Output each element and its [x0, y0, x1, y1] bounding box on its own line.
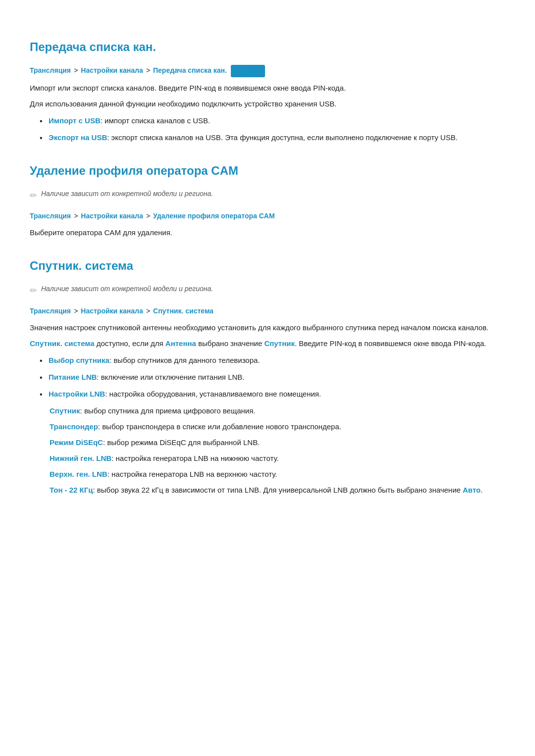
sub-items-container: Спутник: выбор спутника для приема цифро…	[50, 405, 505, 496]
sub4-bold: Нижний ген. LNB	[50, 454, 111, 462]
s3-bullet1-text: : выбор спутников для данного телевизора…	[109, 356, 260, 364]
sub6-text2: .	[481, 486, 482, 494]
desc2-bold1: Спутник. система	[30, 339, 95, 348]
sub5-bold: Верхн. ген. LNB	[50, 470, 107, 478]
desc2-bold2: Антенна	[165, 339, 196, 348]
section1-title: Передача списка кан.	[30, 38, 505, 56]
section2-title: Удаление профиля оператора CAM	[30, 161, 505, 180]
sub-item: Спутник: выбор спутника для приема цифро…	[50, 405, 505, 417]
desc2-text3: . Введите PIN-код в появившемся окне вво…	[295, 339, 486, 348]
pencil-icon: ✏	[30, 189, 37, 203]
breadcrumb3-item-3[interactable]: Спутник. система	[153, 307, 214, 315]
breadcrumb-item-1[interactable]: Трансляция	[30, 66, 71, 74]
section2-note: Наличие зависит от конкретной модели и р…	[41, 188, 213, 199]
section1-desc2: Для использования данной функции необход…	[30, 98, 505, 110]
sub-item: Режим DiSEqC: выбор режима DiSEqC для вы…	[50, 437, 505, 449]
bullet2-bold: Экспорт на USB	[49, 133, 107, 142]
try-badge-1[interactable]: Попроб.	[231, 65, 265, 77]
section3-note: Наличие зависит от конкретной модели и р…	[41, 283, 213, 294]
breadcrumb-sep-1: >	[74, 66, 80, 74]
s3-bullet1-bold: Выбор спутника	[49, 356, 109, 364]
sub6-bold2: Авто	[463, 486, 481, 494]
sub5-text: : настройка генератора LNB на верхнюю ча…	[107, 470, 277, 478]
pencil-icon-2: ✏	[30, 284, 37, 298]
section1-desc1: Импорт или экспорт списка каналов. Введи…	[30, 82, 505, 94]
breadcrumb-2: Трансляция > Настройки канала > Удаление…	[30, 210, 505, 222]
sub-item: Верхн. ген. LNB: настройка генератора LN…	[50, 468, 505, 480]
sub3-bold: Режим DiSEqC	[50, 438, 103, 447]
breadcrumb-sep-2: >	[146, 66, 152, 74]
breadcrumb3-item-1[interactable]: Трансляция	[30, 307, 71, 315]
breadcrumb2-item-3[interactable]: Удаление профиля оператора CAM	[153, 212, 275, 220]
list-item: Выбор спутника: выбор спутников для данн…	[40, 354, 505, 366]
list-item: Импорт с USB: импорт списка каналов с US…	[40, 115, 505, 127]
sub3-text: : выбор режима DiSEqC для выбранной LNB.	[103, 438, 260, 447]
section3-bullet-list: Выбор спутника: выбор спутников для данн…	[40, 354, 505, 400]
section-satellite: Спутник. система ✏ Наличие зависит от ко…	[30, 256, 505, 496]
section3-desc2: Спутник. система доступно, если для Анте…	[30, 338, 505, 350]
note-block-2: ✏ Наличие зависит от конкретной модели и…	[30, 188, 505, 203]
sub2-text: : выбор транспондера в списке или добавл…	[98, 422, 341, 431]
sub-item: Транспондер: выбор транспондера в списке…	[50, 421, 505, 433]
s3-bullet3-bold: Настройки LNB	[49, 390, 105, 398]
breadcrumb-1: Трансляция > Настройки канала > Передача…	[30, 64, 505, 77]
section1-bullet-list: Импорт с USB: импорт списка каналов с US…	[40, 115, 505, 144]
breadcrumb2-sep-2: >	[146, 212, 152, 220]
sub4-text: : настройка генератора LNB на нижнюю час…	[111, 454, 279, 462]
breadcrumb3-sep-1: >	[74, 307, 80, 315]
desc2-text1: доступно, если для	[95, 339, 165, 348]
note-block-3: ✏ Наличие зависит от конкретной модели и…	[30, 283, 505, 298]
list-item: Экспорт на USB: экспорт списка каналов н…	[40, 132, 505, 144]
sub6-text: : выбор звука 22 кГц в зависимости от ти…	[93, 486, 463, 494]
sub1-bold: Спутник	[50, 406, 80, 415]
breadcrumb2-item-1[interactable]: Трансляция	[30, 212, 71, 220]
bullet1-text: : импорт списка каналов с USB.	[101, 116, 210, 125]
sub2-bold: Транспондер	[50, 422, 98, 431]
desc2-text2: выбрано значение	[196, 339, 265, 348]
desc2-bold3: Спутник	[264, 339, 295, 348]
breadcrumb-item-3[interactable]: Передача списка кан.	[153, 66, 227, 74]
section3-title: Спутник. система	[30, 256, 505, 275]
bullet1-bold: Импорт с USB	[49, 116, 101, 125]
s3-bullet2-text: : включение или отключение питания LNB.	[97, 373, 244, 381]
breadcrumb2-item-2[interactable]: Настройки канала	[81, 212, 143, 220]
section3-desc1: Значения настроек спутниковой антенны не…	[30, 322, 505, 334]
list-item: Настройки LNB: настройка оборудования, у…	[40, 388, 505, 400]
sub6-bold: Тон - 22 КГц	[50, 486, 93, 494]
s3-bullet2-bold: Питание LNB	[49, 373, 97, 381]
breadcrumb3-item-2[interactable]: Настройки канала	[81, 307, 143, 315]
sub-item: Нижний ген. LNB: настройка генератора LN…	[50, 453, 505, 464]
section-peredacha: Передача списка кан. Трансляция > Настро…	[30, 38, 505, 144]
sub-item: Тон - 22 КГц: выбор звука 22 кГц в завис…	[50, 484, 505, 496]
section2-desc: Выберите оператора CAM для удаления.	[30, 227, 505, 239]
sub1-text: : выбор спутника для приема цифрового ве…	[80, 406, 256, 415]
breadcrumb-3: Трансляция > Настройки канала > Спутник.…	[30, 305, 505, 317]
breadcrumb3-sep-2: >	[146, 307, 152, 315]
s3-bullet3-text: : настройка оборудования, устанавливаемо…	[105, 390, 321, 398]
breadcrumb2-sep-1: >	[74, 212, 80, 220]
section-cam: Удаление профиля оператора CAM ✏ Наличие…	[30, 161, 505, 239]
list-item: Питание LNB: включение или отключение пи…	[40, 371, 505, 383]
breadcrumb-item-2[interactable]: Настройки канала	[81, 66, 143, 74]
bullet2-text: : экспорт списка каналов на USB. Эта фун…	[107, 133, 458, 142]
